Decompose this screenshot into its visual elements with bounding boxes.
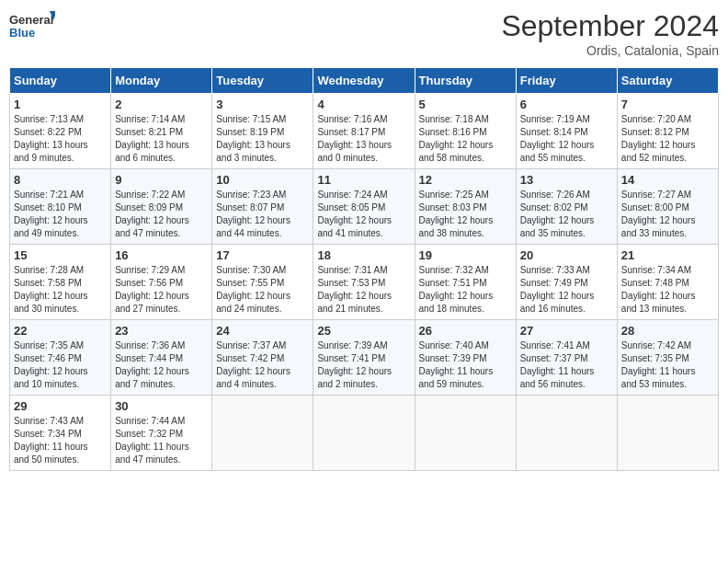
day-info: Sunrise: 7:13 AMSunset: 8:22 PMDaylight:… [14, 113, 107, 165]
week-row-3: 15Sunrise: 7:28 AMSunset: 7:58 PMDayligh… [10, 245, 719, 320]
weekday-header-tuesday: Tuesday [212, 68, 313, 94]
day-cell: 19Sunrise: 7:32 AMSunset: 7:51 PMDayligh… [415, 245, 516, 320]
day-info: Sunrise: 7:41 AMSunset: 7:37 PMDaylight:… [520, 339, 613, 391]
day-info: Sunrise: 7:37 AMSunset: 7:42 PMDaylight:… [216, 339, 309, 391]
day-cell [617, 396, 718, 471]
day-number: 23 [115, 324, 208, 338]
day-number: 17 [216, 248, 309, 262]
day-info: Sunrise: 7:43 AMSunset: 7:34 PMDaylight:… [14, 415, 107, 466]
weekday-header-sunday: Sunday [10, 68, 111, 94]
month-title: September 2024 [501, 9, 719, 43]
day-number: 26 [419, 324, 512, 338]
day-info: Sunrise: 7:23 AMSunset: 8:07 PMDaylight:… [216, 189, 309, 240]
day-info: Sunrise: 7:15 AMSunset: 8:19 PMDaylight:… [216, 113, 309, 165]
day-number: 28 [621, 324, 714, 338]
logo-svg: General Blue [9, 9, 55, 51]
day-cell: 6Sunrise: 7:19 AMSunset: 8:14 PMDaylight… [516, 94, 617, 169]
day-cell: 3Sunrise: 7:15 AMSunset: 8:19 PMDaylight… [212, 94, 313, 169]
day-number: 15 [14, 248, 107, 262]
day-cell: 20Sunrise: 7:33 AMSunset: 7:49 PMDayligh… [516, 245, 617, 320]
day-cell: 13Sunrise: 7:26 AMSunset: 8:02 PMDayligh… [516, 169, 617, 245]
week-row-4: 22Sunrise: 7:35 AMSunset: 7:46 PMDayligh… [10, 320, 719, 396]
day-cell [212, 396, 313, 471]
day-number: 5 [419, 98, 512, 111]
day-number: 3 [216, 98, 309, 111]
day-info: Sunrise: 7:22 AMSunset: 8:09 PMDaylight:… [115, 189, 208, 240]
day-info: Sunrise: 7:25 AMSunset: 8:03 PMDaylight:… [419, 189, 512, 240]
day-number: 2 [115, 98, 208, 111]
calendar-table: SundayMondayTuesdayWednesdayThursdayFrid… [9, 67, 719, 471]
day-cell: 28Sunrise: 7:42 AMSunset: 7:35 PMDayligh… [617, 320, 718, 396]
day-info: Sunrise: 7:20 AMSunset: 8:12 PMDaylight:… [621, 113, 714, 165]
day-cell: 27Sunrise: 7:41 AMSunset: 7:37 PMDayligh… [516, 320, 617, 396]
day-number: 20 [520, 248, 613, 262]
location-subtitle: Ordis, Catalonia, Spain [501, 43, 719, 58]
day-cell: 18Sunrise: 7:31 AMSunset: 7:53 PMDayligh… [313, 245, 415, 320]
day-cell: 22Sunrise: 7:35 AMSunset: 7:46 PMDayligh… [10, 320, 111, 396]
day-number: 30 [115, 399, 208, 413]
svg-text:Blue: Blue [9, 26, 35, 40]
day-number: 24 [216, 324, 309, 338]
weekday-header-wednesday: Wednesday [313, 68, 415, 94]
day-number: 22 [14, 324, 107, 338]
day-cell [516, 396, 617, 471]
day-info: Sunrise: 7:29 AMSunset: 7:56 PMDaylight:… [115, 264, 208, 316]
day-cell: 30Sunrise: 7:44 AMSunset: 7:32 PMDayligh… [111, 396, 212, 471]
day-info: Sunrise: 7:26 AMSunset: 8:02 PMDaylight:… [520, 189, 613, 240]
day-cell: 29Sunrise: 7:43 AMSunset: 7:34 PMDayligh… [10, 396, 111, 471]
svg-text:General: General [9, 13, 53, 27]
day-info: Sunrise: 7:30 AMSunset: 7:55 PMDaylight:… [216, 264, 309, 316]
day-info: Sunrise: 7:16 AMSunset: 8:17 PMDaylight:… [317, 113, 410, 165]
day-number: 4 [317, 98, 410, 111]
day-number: 12 [419, 173, 512, 187]
day-cell: 16Sunrise: 7:29 AMSunset: 7:56 PMDayligh… [111, 245, 212, 320]
day-info: Sunrise: 7:31 AMSunset: 7:53 PMDaylight:… [317, 264, 410, 316]
day-info: Sunrise: 7:36 AMSunset: 7:44 PMDaylight:… [115, 339, 208, 391]
week-row-2: 8Sunrise: 7:21 AMSunset: 8:10 PMDaylight… [10, 169, 719, 245]
day-cell: 17Sunrise: 7:30 AMSunset: 7:55 PMDayligh… [212, 245, 313, 320]
day-number: 21 [621, 248, 714, 262]
day-cell: 4Sunrise: 7:16 AMSunset: 8:17 PMDaylight… [313, 94, 415, 169]
day-info: Sunrise: 7:14 AMSunset: 8:21 PMDaylight:… [115, 113, 208, 165]
day-cell: 1Sunrise: 7:13 AMSunset: 8:22 PMDaylight… [10, 94, 111, 169]
weekday-header-thursday: Thursday [415, 68, 516, 94]
day-info: Sunrise: 7:35 AMSunset: 7:46 PMDaylight:… [14, 339, 107, 391]
day-cell [415, 396, 516, 471]
day-number: 13 [520, 173, 613, 187]
day-info: Sunrise: 7:44 AMSunset: 7:32 PMDaylight:… [115, 415, 208, 466]
weekday-header-monday: Monday [111, 68, 212, 94]
week-row-5: 29Sunrise: 7:43 AMSunset: 7:34 PMDayligh… [10, 396, 719, 471]
weekday-header-row: SundayMondayTuesdayWednesdayThursdayFrid… [10, 68, 719, 94]
logo: General Blue [9, 9, 55, 51]
day-info: Sunrise: 7:18 AMSunset: 8:16 PMDaylight:… [419, 113, 512, 165]
day-cell: 25Sunrise: 7:39 AMSunset: 7:41 PMDayligh… [313, 320, 415, 396]
day-number: 19 [419, 248, 512, 262]
day-number: 25 [317, 324, 410, 338]
day-cell: 11Sunrise: 7:24 AMSunset: 8:05 PMDayligh… [313, 169, 415, 245]
day-cell: 26Sunrise: 7:40 AMSunset: 7:39 PMDayligh… [415, 320, 516, 396]
day-cell: 12Sunrise: 7:25 AMSunset: 8:03 PMDayligh… [415, 169, 516, 245]
day-info: Sunrise: 7:32 AMSunset: 7:51 PMDaylight:… [419, 264, 512, 316]
day-number: 8 [14, 173, 107, 187]
day-cell: 15Sunrise: 7:28 AMSunset: 7:58 PMDayligh… [10, 245, 111, 320]
day-cell: 9Sunrise: 7:22 AMSunset: 8:09 PMDaylight… [111, 169, 212, 245]
day-info: Sunrise: 7:33 AMSunset: 7:49 PMDaylight:… [520, 264, 613, 316]
day-number: 10 [216, 173, 309, 187]
day-cell: 7Sunrise: 7:20 AMSunset: 8:12 PMDaylight… [617, 94, 718, 169]
header: General Blue September 2024 Ordis, Catal… [9, 9, 719, 58]
day-info: Sunrise: 7:19 AMSunset: 8:14 PMDaylight:… [520, 113, 613, 165]
day-number: 11 [317, 173, 410, 187]
title-area: September 2024 Ordis, Catalonia, Spain [501, 9, 719, 58]
week-row-1: 1Sunrise: 7:13 AMSunset: 8:22 PMDaylight… [10, 94, 719, 169]
day-number: 29 [14, 399, 107, 413]
day-info: Sunrise: 7:34 AMSunset: 7:48 PMDaylight:… [621, 264, 714, 316]
day-info: Sunrise: 7:28 AMSunset: 7:58 PMDaylight:… [14, 264, 107, 316]
day-cell: 2Sunrise: 7:14 AMSunset: 8:21 PMDaylight… [111, 94, 212, 169]
day-cell: 14Sunrise: 7:27 AMSunset: 8:00 PMDayligh… [617, 169, 718, 245]
day-cell: 21Sunrise: 7:34 AMSunset: 7:48 PMDayligh… [617, 245, 718, 320]
day-info: Sunrise: 7:39 AMSunset: 7:41 PMDaylight:… [317, 339, 410, 391]
day-cell: 8Sunrise: 7:21 AMSunset: 8:10 PMDaylight… [10, 169, 111, 245]
day-cell: 23Sunrise: 7:36 AMSunset: 7:44 PMDayligh… [111, 320, 212, 396]
day-number: 7 [621, 98, 714, 111]
day-info: Sunrise: 7:27 AMSunset: 8:00 PMDaylight:… [621, 189, 714, 240]
